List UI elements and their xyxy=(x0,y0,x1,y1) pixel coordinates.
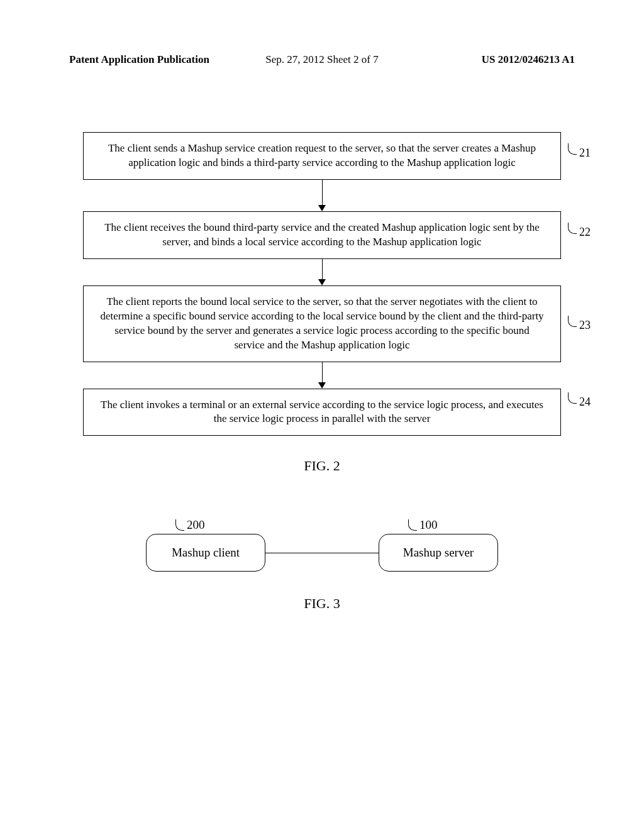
flow-box-21: The client sends a Mashup service creati… xyxy=(83,132,561,180)
flow-box-23: The client reports the bound local servi… xyxy=(83,285,561,362)
arrow-down-icon xyxy=(83,259,561,285)
label-hook-icon xyxy=(175,519,184,531)
fig2-caption: FIG. 2 xyxy=(83,458,561,474)
flow-box-24: The client invokes a terminal or an exte… xyxy=(83,389,561,436)
label-hook-icon xyxy=(408,519,417,531)
flow-box-text: The client receives the bound third-part… xyxy=(104,221,540,248)
label-hook-icon xyxy=(568,143,577,155)
page-header: Patent Application Publication Sep. 27, … xyxy=(0,0,644,66)
label-hook-icon xyxy=(568,392,577,404)
flow-box-text: The client invokes a terminal or an exte… xyxy=(101,399,543,425)
fig3-server-label: 100 xyxy=(408,518,438,532)
fig2-flowchart: The client sends a Mashup service creati… xyxy=(83,132,561,474)
flow-box-text: The client reports the bound local servi… xyxy=(100,296,543,351)
label-hook-icon xyxy=(568,223,577,234)
header-publication-type: Patent Application Publication xyxy=(69,53,209,66)
arrow-down-icon xyxy=(83,180,561,211)
label-hook-icon xyxy=(568,316,577,327)
header-date-sheet: Sep. 27, 2012 Sheet 2 of 7 xyxy=(265,53,378,66)
flow-box-22: The client receives the bound third-part… xyxy=(83,211,561,259)
fig3-caption: FIG. 3 xyxy=(0,595,644,612)
mashup-server-box: 100 Mashup server xyxy=(379,534,498,572)
fig3-diagram: 200 Mashup client 100 Mashup server xyxy=(146,534,498,572)
mashup-server-text: Mashup server xyxy=(403,546,474,559)
header-publication-number: US 2012/0246213 A1 xyxy=(482,53,575,66)
connector-line xyxy=(265,553,379,553)
flow-box-label-24: 24 xyxy=(568,394,591,409)
mashup-client-box: 200 Mashup client xyxy=(146,534,265,572)
flow-box-label-23: 23 xyxy=(568,318,591,333)
fig3-client-label: 200 xyxy=(175,518,205,532)
mashup-client-text: Mashup client xyxy=(172,546,240,559)
flow-box-label-22: 22 xyxy=(568,224,591,240)
flow-box-label-21: 21 xyxy=(568,145,591,160)
arrow-down-icon xyxy=(83,362,561,389)
flow-box-text: The client sends a Mashup service creati… xyxy=(108,142,536,169)
